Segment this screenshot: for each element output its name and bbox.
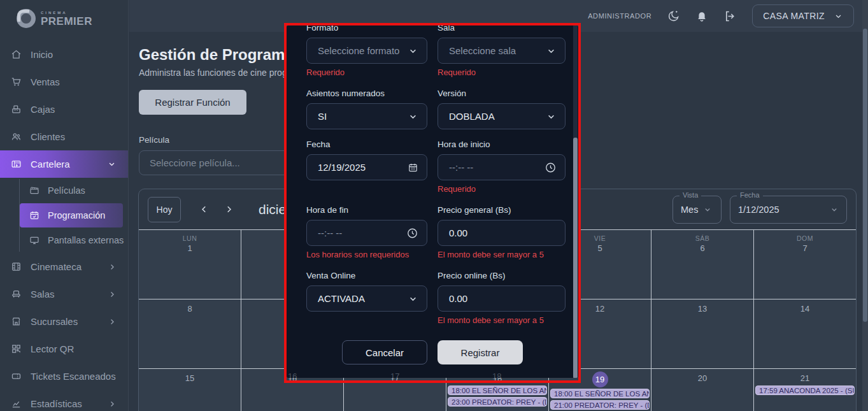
sidebar-item-clientes[interactable]: Clientes	[0, 123, 128, 150]
field-asientos-numerados: Asientos numerados SI	[306, 78, 427, 129]
calendar-cell[interactable]: DOM7	[754, 230, 856, 299]
sidebar-item-tickets-escaneados[interactable]: Tickets Escaneados	[0, 363, 128, 390]
weekday-label: SÁB	[651, 234, 753, 242]
prev-month-button[interactable]	[199, 204, 210, 215]
sidebar-item-estadisticas[interactable]: Estadísticas	[0, 390, 128, 411]
calendar-cell[interactable]: 20	[651, 369, 753, 411]
date-select[interactable]: Fecha 1/12/2025	[730, 196, 847, 224]
movie-select-label: Película	[139, 135, 169, 145]
notifications-bell-icon[interactable]	[695, 10, 708, 22]
field-error: Requerido	[438, 68, 566, 78]
chevron-down-icon	[408, 45, 418, 56]
field-version: Versión DOBLADA	[438, 78, 566, 129]
day-number: 6	[651, 243, 753, 253]
sidebar-item-cajas[interactable]: Cajas	[0, 96, 128, 123]
event-chip[interactable]: 17:59 ANACONDA 2025 - (SUB	[755, 386, 855, 395]
sala-select[interactable]: Seleccione sala	[438, 38, 566, 64]
precio-online-input[interactable]: 0.00	[438, 285, 566, 312]
sidebar-item-cinemateca[interactable]: Cinemateca	[0, 253, 128, 280]
calendar-cell-day21[interactable]: 21 17:59 ANACONDA 2025 - (SUB	[754, 369, 856, 411]
view-select[interactable]: Vista Mes	[672, 196, 722, 224]
cancel-button[interactable]: Cancelar	[342, 340, 427, 364]
submit-register-button[interactable]: Registrar	[438, 340, 523, 364]
chevron-down-icon	[546, 45, 557, 56]
venta-online-select[interactable]: ACTIVADA	[306, 285, 427, 312]
calendar-cell[interactable]: 8	[139, 299, 241, 368]
sidebar-item-programacion[interactable]: Programación	[20, 203, 123, 227]
qr-code-icon	[11, 343, 22, 354]
register-function-dialog: Formato Seleccione formato Requerido Sal…	[287, 25, 578, 378]
day-number: 13	[651, 304, 753, 314]
sidebar-item-label: Cinemateca	[31, 261, 82, 272]
sidebar-item-lector-qr[interactable]: Lector QR	[0, 335, 128, 363]
field-label: Precio online (Bs)	[438, 271, 566, 282]
sidebar: CINEMA PREMIER Inicio Ventas Cajas Clien…	[0, 0, 129, 411]
field-error: El monto debe ser mayor a 5	[438, 250, 566, 261]
sidebar-item-ventas[interactable]: Ventas	[0, 68, 128, 96]
hora-fin-input[interactable]: --:-- --	[306, 220, 427, 246]
branch-selector[interactable]: CASA MATRIZ	[752, 4, 854, 27]
dark-mode-moon-icon[interactable]	[667, 10, 680, 23]
day-number: 1	[139, 243, 241, 253]
monitor-icon	[29, 235, 39, 245]
view-select-value: Mes	[681, 205, 698, 215]
chevron-down-icon	[107, 159, 117, 169]
premier-logo-icon	[17, 9, 36, 28]
event-chip[interactable]: 23:00 PREDATOR: PREY - (DOB	[448, 397, 547, 407]
input-value: --:-- --	[318, 227, 342, 238]
fecha-input[interactable]: 12/19/2025	[306, 154, 427, 180]
sidebar-item-pantallas-externas[interactable]: Pantallas externas	[0, 227, 128, 253]
register-function-button[interactable]: Registrar Función	[139, 90, 246, 115]
calendar-cell[interactable]: 13	[651, 299, 753, 368]
chevron-right-icon	[224, 204, 234, 215]
calendar-cell[interactable]: SÁB6	[651, 230, 753, 299]
hora-inicio-input[interactable]: --:-- --	[438, 154, 566, 180]
sidebar-item-cartelera[interactable]: Cartelera	[0, 150, 128, 178]
field-error: Requerido	[306, 68, 427, 78]
sidebar-item-inicio[interactable]: Inicio	[0, 41, 128, 68]
calendar-cell[interactable]: LUN1	[139, 230, 241, 299]
day-number: 20	[651, 373, 753, 383]
event-chip[interactable]: 21:00 PREDATOR: PREY - (DOB	[550, 400, 650, 410]
clapperboard-icon	[29, 185, 39, 196]
clock-icon	[544, 161, 557, 173]
brand-cinema-label: CINEMA	[41, 11, 92, 15]
day-number: 14	[754, 304, 856, 314]
sidebar-item-label: Clientes	[31, 131, 65, 142]
sidebar-item-label: Cajas	[31, 104, 55, 115]
branch-selector-value: CASA MATRIZ	[763, 11, 825, 21]
page-scrollbar-track[interactable]	[862, 0, 868, 411]
select-placeholder: Seleccione sala	[449, 45, 516, 56]
movie-select-placeholder: Seleccione película...	[150, 157, 240, 168]
formato-select[interactable]: Seleccione formato	[306, 38, 427, 64]
weekday-label: LUN	[139, 234, 241, 242]
today-button[interactable]: Hoy	[148, 197, 181, 222]
sidebar-item-label: Películas	[48, 185, 85, 196]
calendar-cell[interactable]: 14	[754, 299, 856, 368]
day-number: 21	[754, 373, 856, 383]
asientos-select[interactable]: SI	[306, 103, 427, 129]
next-month-button[interactable]	[224, 204, 234, 215]
sidebar-item-peliculas[interactable]: Películas	[0, 178, 128, 203]
field-label: Hora de fin	[306, 205, 427, 216]
precio-general-input[interactable]: 0.00	[438, 220, 566, 246]
input-value: --:-- --	[449, 162, 473, 173]
version-select[interactable]: DOBLADA	[438, 103, 566, 129]
field-formato: Formato Seleccione formato Requerido	[306, 25, 427, 78]
chart-icon	[11, 398, 22, 409]
field-precio-general: Precio general (Bs) 0.00 El monto debe s…	[438, 195, 566, 261]
field-hora-fin: Hora de fin --:-- -- Los horarios son re…	[306, 195, 427, 261]
calendar-cell[interactable]: 15	[139, 369, 241, 411]
sidebar-item-salas[interactable]: Salas	[0, 280, 128, 308]
field-label: Precio general (Bs)	[438, 205, 566, 216]
dialog-scrollbar-thumb[interactable]	[573, 138, 578, 378]
sidebar-item-label: Cartelera	[31, 159, 70, 169]
event-chip[interactable]: 18:00 EL SEÑOR DE LOS ANILL	[448, 386, 547, 395]
logout-icon[interactable]	[723, 10, 737, 23]
event-chip[interactable]: 18:00 EL SEÑOR DE LOS ANILL	[550, 389, 650, 398]
page-scrollbar-thumb[interactable]	[863, 29, 867, 322]
film-icon	[11, 261, 22, 272]
chevron-down-icon	[834, 11, 843, 21]
cartelera-submenu: Películas Programación Pantallas externa…	[0, 178, 128, 253]
sidebar-item-sucursales[interactable]: Sucursales	[0, 308, 128, 335]
